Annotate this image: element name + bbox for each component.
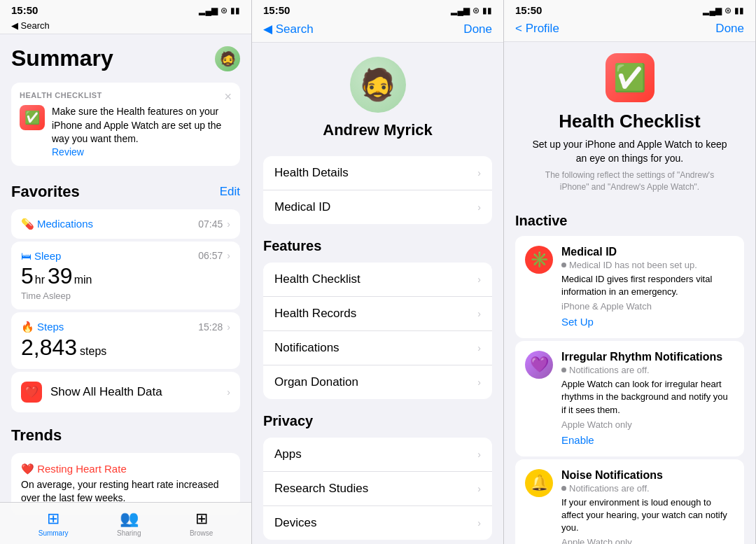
health-icon: ✅ [24,110,40,125]
hc-medical-id-scope: iPhone & Apple Watch [561,301,734,312]
nav-bar-2: ◀ Search Done [252,19,503,43]
chevron-icon: › [477,449,481,460]
setup-button[interactable]: Set Up [561,316,594,328]
back-button-2[interactable]: ◀ Search [263,22,314,36]
list-item-apps[interactable]: Apps › [263,438,492,472]
page-title: Summary [11,46,113,71]
wifi-icon: ⊛ [472,6,479,15]
sleep-label: 🛏 Sleep [21,250,61,262]
list-item-health-records[interactable]: Health Records › [263,297,492,331]
list-item-health-details[interactable]: Health Details › [263,156,492,190]
summary-header: Summary 🧔 [0,34,251,77]
battery-icon: ▮▮ [734,6,744,15]
chevron-icon: › [477,274,481,285]
list-item-notifications[interactable]: Notifications › [263,331,492,365]
wifi-icon: ⊛ [220,6,227,15]
inactive-section-title: Inactive [504,204,755,233]
enable-irregular-button[interactable]: Enable [561,434,594,446]
edit-button[interactable]: Edit [220,185,240,199]
nav-row-2: ◀ Search Done [263,22,492,36]
list-item-devices[interactable]: Devices › [263,506,492,540]
back-profile-button[interactable]: < Profile [515,22,559,36]
tab-sharing[interactable]: 👥 Sharing [117,510,141,537]
sleep-icon: 🛏 [21,250,31,262]
browse-tab-label: Browse [190,529,213,537]
done-button-2[interactable]: Done [463,22,492,36]
checklist-body-text: Make sure the Health features on your iP… [52,105,232,146]
health-records-label: Health Records [274,307,356,321]
bell-icon: 🔔 [530,474,549,492]
status-bar-3: 15:50 ▂▄▆ ⊛ ▮▮ [504,0,755,19]
steps-value: 2,843 steps [21,335,230,361]
hc-irregular-content: Irregular Rhythm Notifications Notificat… [561,351,734,447]
done-button-3[interactable]: Done [715,22,744,36]
asterisk-icon: ✳️ [530,251,549,269]
hc-item-medical-id: ✳️ Medical ID Medical ID has not been se… [515,236,744,338]
signal-icon: ▂▄▆ [703,6,722,15]
tab-browse[interactable]: ⊞ Browse [190,510,213,537]
steps-time: 15:28 [198,321,223,333]
hc-header: ✅ Health Checklist Set up your iPhone an… [504,42,755,204]
hc-medical-id-desc: Medical ID gives first responders vital … [561,273,734,298]
avatar[interactable]: 🧔 [215,46,240,71]
panel-health-checklist: 15:50 ▂▄▆ ⊛ ▮▮ < Profile Done ✅ Health C… [504,0,756,544]
nav-bar-3: < Profile Done [504,19,755,42]
fav-sleep[interactable]: 🛏 Sleep 06:57 › 5 hr 39 min Time Asleep [11,242,240,309]
review-link[interactable]: Review [52,146,232,158]
features-title: Features [252,230,503,257]
summary-tab-icon: ⊞ [47,510,59,528]
hc-irregular-desc: Apple Watch can look for irregular heart… [561,378,734,417]
status-icons-2: ▂▄▆ ⊛ ▮▮ [451,6,492,15]
hc-item-noise: 🔔 Noise Notifications Notifications are … [515,459,744,544]
sharing-tab-label: Sharing [117,529,141,537]
status-dot-icon [561,263,566,267]
medications-icon: 💊 [21,218,34,230]
list-item-research-studies[interactable]: Research Studies › [263,472,492,506]
signal-icon: ▂▄▆ [451,6,470,15]
hc-medical-id-status: Medical ID has not been set up. [561,260,734,270]
chevron-icon: › [477,167,481,179]
details-group: Health Details › Medical ID › [263,156,492,224]
summary-title-row: Summary 🧔 [11,46,240,71]
chevron-icon: › [227,386,230,398]
favorites-title: Favorites [11,183,80,201]
profile-avatar-section: 🧔 Andrew Myrick [252,43,503,151]
hc-irregular-header: 💜 Irregular Rhythm Notifications Notific… [525,351,734,447]
status-time-2: 15:50 [263,4,290,16]
chevron-icon: › [477,377,481,388]
checklist-card-title: HEALTH CHECKLIST [20,91,232,99]
chevron-icon: › [477,517,481,529]
chevron-icon: › [477,202,481,213]
health-checklist-label: Health Checklist [274,272,360,286]
browse-tab-icon: ⊞ [195,510,208,528]
checklist-card-text: Make sure the Health features on your iP… [52,105,232,158]
back-button-1[interactable]: ◀ Search [11,20,240,31]
privacy-title: Privacy [252,405,503,432]
fav-steps[interactable]: 🔥 Steps 15:28 › 2,843 steps [11,312,240,369]
profile-scroll: 🧔 Andrew Myrick Health Details › Medical… [252,43,503,544]
health-details-label: Health Details [274,166,349,180]
close-icon[interactable]: × [224,90,232,104]
show-all-health-card[interactable]: ❤️ Show All Health Data › [11,372,240,412]
trends-header: Trends [0,415,251,450]
chevron-icon: › [477,308,481,319]
hc-irregular-title: Irregular Rhythm Notifications [561,351,734,363]
medications-time: 07:45 [198,218,223,230]
panel-summary: 15:50 ▂▄▆ ⊛ ▮▮ ◀ Search Summary 🧔 HEALTH… [0,0,252,544]
avatar-emoji: 🧔 [219,50,237,67]
hc-irregular-status: Notifications are off. [561,365,734,375]
steps-icon: 🔥 [21,321,34,333]
list-item-health-checklist[interactable]: Health Checklist › [263,263,492,297]
summary-tab-label: Summary [38,529,69,537]
show-all-label: Show All Health Data [50,385,218,399]
list-item-medical-id[interactable]: Medical ID › [263,190,492,224]
irregular-rhythm-icon: 💜 [525,351,553,379]
list-item-organ-donation[interactable]: Organ Donation › [263,365,492,399]
sleep-value: 5 hr 39 min [21,263,230,289]
hc-noise-title: Noise Notifications [561,469,734,482]
status-time-1: 15:50 [11,4,38,16]
hc-note: The following reflect the settings of "A… [532,169,728,193]
fav-medications[interactable]: 💊 Medications 07:45 › [11,209,240,239]
tab-summary[interactable]: ⊞ Summary [38,510,69,537]
health-checklist-card: HEALTH CHECKLIST × ✅ Make sure the Healt… [11,83,240,166]
